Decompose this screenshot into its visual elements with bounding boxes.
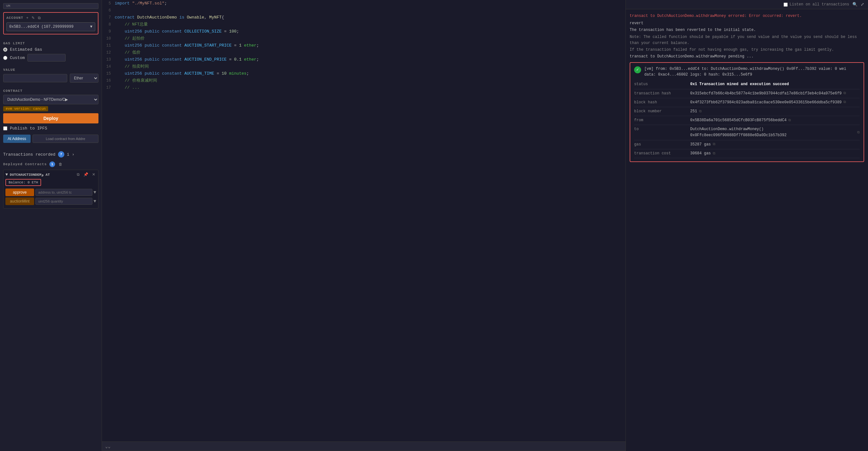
tx-detail-status: status 0x1 Transaction mined and executi… (634, 80, 860, 89)
contract-balance-badge: Balance: 0 ETH (5, 179, 41, 186)
value-input[interactable]: 0 (3, 74, 67, 82)
contract-instance-header: ▼ DUTCHAUCTIONDEMو AT ⧉ 📌 ✕ (5, 172, 96, 177)
value-section: VALUE 0 Ether Gwei Wei (3, 65, 98, 83)
copy-tx-hash-icon[interactable]: ⧉ (843, 91, 846, 96)
account-label-icons: + ✎ ⧉ (25, 15, 42, 21)
account-label-text: ACCOUNT (6, 16, 23, 20)
console-chevron-icon[interactable]: ⌄⌄ (105, 444, 111, 449)
code-line-10: 10 // 起拍价 (102, 35, 625, 42)
copy-account-button[interactable]: ⧉ (37, 15, 42, 21)
listen-checkbox: Listen on all transactions (783, 2, 849, 7)
edit-account-button[interactable]: ✎ (31, 15, 36, 21)
tx-detail-tx-cost: transaction cost 30684 gas ⧉ (634, 149, 860, 158)
deploy-button[interactable]: Deploy (3, 113, 98, 123)
code-area: 5 import "./MyNFT.sol"; 6 7 contract Dut… (102, 0, 625, 442)
log-note-2: If the transaction failed for not having… (630, 47, 864, 53)
copy-block-hash-icon[interactable]: ⧉ (843, 100, 846, 105)
tx-vm-label: [vm] (644, 67, 654, 71)
log-pending: transact to DutchAuctionDemo.withdrawMon… (630, 54, 864, 60)
log-note-1: Note: The called function should be paya… (630, 34, 864, 46)
terminal-header: Listen on all transactions 🔍 ⤢ (626, 0, 868, 9)
left-panel: VM ACCOUNT + ✎ ⧉ 0x5B3...eddC4 (107.2999… (0, 0, 102, 451)
add-account-button[interactable]: + (25, 15, 29, 21)
transactions-info-icon: i (67, 152, 69, 157)
auction-mint-expand-icon[interactable]: ▼ (94, 199, 96, 204)
load-contract-button[interactable]: Load contract from Addre (32, 135, 98, 143)
terminal-body: transact to DutchAuctionDemo.withdrawMon… (626, 9, 868, 451)
code-line-15: 15 uint256 public constant AUCTION_TIME … (102, 70, 625, 77)
custom-gas-input[interactable]: 3000000 (27, 54, 66, 61)
code-line-12: 12 // 低价 (102, 49, 625, 56)
copy-tx-cost-icon[interactable]: ⧉ (713, 151, 715, 157)
tx-gas-key: gas (634, 142, 685, 148)
publish-ipfs-checkbox[interactable] (3, 126, 7, 131)
tx-success-text: [vm] from: 0x5B3...eddC4 to: DutchAuctio… (644, 66, 860, 78)
value-row: 0 Ether Gwei Wei (3, 74, 98, 83)
tx-status-key: status (634, 81, 685, 87)
tx-header-text: from: 0x5B3...eddC4 to: DutchAuctionDemo… (644, 67, 846, 77)
code-line-17: 17 // ... (102, 84, 625, 91)
tx-status-value: 0x1 Transaction mined and execution succ… (690, 81, 789, 87)
code-line-13: 13 uint256 public constant AUCTION_END_P… (102, 56, 625, 63)
value-label: VALUE (3, 68, 98, 72)
gas-limit-label: GAS LIMIT (3, 41, 98, 45)
tx-detail-block-hash: block hash 0x4f3273fbb62f37984c023adba81… (634, 98, 860, 107)
listen-all-label: Listen on all transactions (789, 2, 849, 7)
log-revert-detail: The transaction has been reverted to the… (630, 27, 864, 33)
listen-all-checkbox[interactable] (783, 3, 788, 7)
at-address-button[interactable]: At Address (3, 135, 31, 143)
estimated-gas-label: Estimated Gas (10, 47, 42, 52)
approve-function-input[interactable] (35, 189, 92, 196)
account-label: ACCOUNT + ✎ ⧉ (6, 15, 95, 21)
approve-expand-icon[interactable]: ▼ (94, 190, 96, 195)
deployed-contracts-section: Deployed Contracts 1 🗑 ▼ DUTCHAUCTIONDEM… (3, 161, 98, 208)
estimated-gas-radio[interactable] (3, 48, 7, 52)
tx-block-hash-key: block hash (634, 100, 685, 106)
tx-success-block: ✓ [vm] from: 0x5B3...eddC4 to: DutchAuct… (630, 62, 864, 162)
auction-mint-function-button[interactable]: auctionMint (5, 197, 34, 205)
custom-gas-label: Custom (10, 56, 25, 60)
copy-gas-icon[interactable]: ⧉ (713, 142, 715, 147)
tx-to-key: to (634, 126, 685, 138)
code-line-14: 14 // 拍卖时间 (102, 63, 625, 70)
at-address-row: At Address Load contract from Addre (3, 135, 98, 143)
code-line-7: 7 contract DutchAuctionDemo is Ownable, … (102, 14, 625, 21)
approve-function-button[interactable]: approve (5, 189, 34, 196)
code-line-5: 5 import "./MyNFT.sol"; (102, 0, 625, 7)
account-dropdown[interactable]: 0x5B3...eddC4 (107.299999999 ▼ (6, 22, 95, 31)
contract-instance-expand[interactable]: ▼ (5, 172, 8, 177)
custom-gas-radio[interactable] (3, 56, 7, 60)
transactions-label: Transactions recorded (3, 152, 56, 157)
terminal-expand-icon[interactable]: ⤢ (861, 2, 864, 7)
search-icon[interactable]: 🔍 (852, 2, 858, 7)
copy-to-icon[interactable]: ⧉ (857, 130, 860, 136)
delete-deployed-button[interactable]: 🗑 (58, 162, 63, 167)
publish-ipfs-label: Publish to IPFS (10, 126, 47, 131)
account-dropdown-arrow: ▼ (90, 25, 92, 29)
tx-block-number-key: block number (634, 108, 685, 114)
contract-close-button[interactable]: ✕ (91, 172, 96, 177)
code-line-9: 9 uint256 public constant COLLECTION_SIZ… (102, 28, 625, 35)
copy-block-number-icon[interactable]: ⧉ (699, 109, 702, 114)
contract-instance-name: DUTCHAUCTIONDEMو AT (10, 173, 74, 177)
value-unit-select[interactable]: Ether Gwei Wei (70, 74, 98, 83)
transactions-header[interactable]: Transactions recorded 7 i › (3, 151, 98, 158)
code-line-11: 11 uint256 public constant AUCTION_START… (102, 42, 625, 49)
deployed-contracts-header: Deployed Contracts 1 🗑 (3, 161, 98, 167)
tx-hash-value: 0x315ebcfd7b66c4b4bc5877e4c1be9b037044cd… (690, 91, 846, 96)
tx-detail-hash: transaction hash 0x315ebcfd7b66c4b4bc587… (634, 89, 860, 98)
account-value: 0x5B3...eddC4 (107.299999999 (9, 25, 73, 29)
copy-from-icon[interactable]: ⧉ (788, 118, 791, 123)
contract-copy-button[interactable]: ⧉ (76, 172, 81, 177)
auction-mint-input[interactable] (35, 198, 92, 205)
deployed-count-badge: 1 (50, 161, 55, 167)
custom-gas-option: Custom 3000000 (3, 54, 98, 61)
log-error-1: transact to DutchAuctionDemo.withdrawMon… (630, 13, 864, 19)
contract-pin-button[interactable]: 📌 (83, 172, 89, 177)
transactions-expand-icon[interactable]: › (72, 152, 74, 157)
tx-from-key: from (634, 117, 685, 123)
estimated-gas-option: Estimated Gas (3, 47, 98, 52)
tx-detail-from: from 0x5B38Da6a701c568545dCfcB03FcB875f5… (634, 116, 860, 125)
contract-select[interactable]: DutchAuctionDemo - NFTDemo/C▶ (3, 95, 98, 104)
contract-instance: ▼ DUTCHAUCTIONDEMو AT ⧉ 📌 ✕ Balance: 0 E… (3, 170, 98, 208)
